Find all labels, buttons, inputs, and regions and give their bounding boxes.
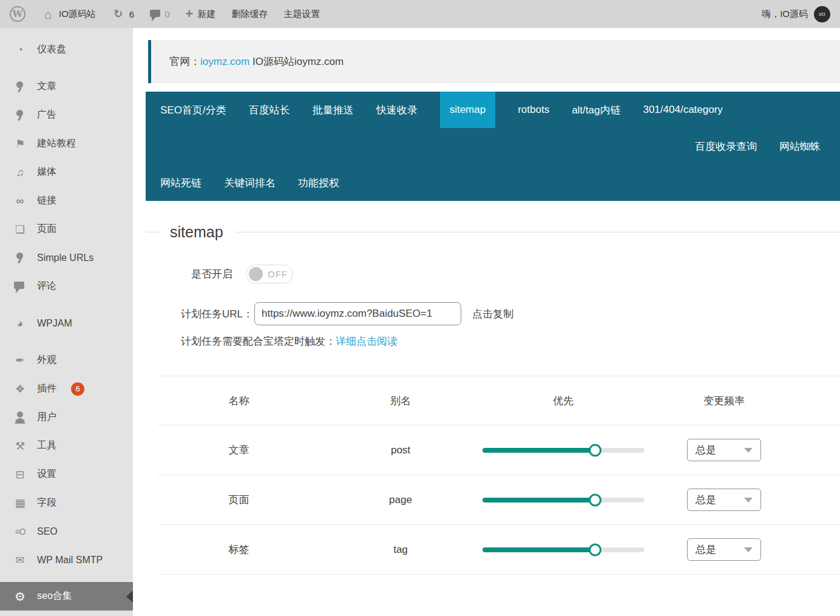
sidebar-item-label: SEO bbox=[37, 526, 58, 537]
toggle-label: 是否开启 bbox=[191, 267, 232, 281]
sidebar-item-simple-urls[interactable]: Simple URLs bbox=[0, 243, 133, 272]
site-name-link[interactable]: IO源码站 bbox=[41, 8, 96, 20]
priority-slider[interactable] bbox=[483, 444, 645, 457]
avatar: I/O bbox=[814, 6, 830, 22]
selected-option: 总是 bbox=[696, 543, 716, 557]
user-icon bbox=[13, 411, 27, 424]
tab-baidu-index-query[interactable]: 百度收录查询 bbox=[695, 128, 757, 164]
cron-url-input[interactable] bbox=[254, 302, 461, 325]
media-icon bbox=[13, 166, 27, 178]
tab-fast-index[interactable]: 快速收录 bbox=[376, 92, 418, 128]
sidebar-item-tutorials[interactable]: 建站教程 bbox=[0, 129, 133, 158]
sidebar-item-label: 字段 bbox=[37, 496, 56, 509]
active-item-arrow-icon bbox=[126, 591, 133, 603]
row-slug: page bbox=[389, 494, 412, 506]
tab-keyword-rank[interactable]: 关键词排名 bbox=[224, 164, 276, 201]
frequency-select[interactable]: 总是 bbox=[687, 489, 761, 511]
tab-site-spider[interactable]: 网站蜘蛛 bbox=[779, 128, 821, 164]
read-more-link[interactable]: 详细点击阅读 bbox=[336, 334, 398, 348]
tab-seo-home[interactable]: SEO首页/分类 bbox=[160, 92, 226, 128]
tab-feature-license[interactable]: 功能授权 bbox=[298, 164, 339, 201]
sidebar-item-label: 仪表盘 bbox=[37, 43, 66, 56]
slider-fill bbox=[483, 547, 596, 552]
page-title: sitemap bbox=[170, 223, 223, 241]
sidebar-item-label: WP Mail SMTP bbox=[37, 555, 103, 566]
tab-robots[interactable]: rotbots bbox=[518, 92, 549, 128]
sidebar-item-seo[interactable]: SEO bbox=[0, 517, 133, 546]
menu-separator bbox=[0, 64, 133, 72]
sidebar-item-fields[interactable]: 字段 bbox=[0, 489, 133, 517]
selected-option: 总是 bbox=[696, 493, 716, 507]
tab-dead-links[interactable]: 网站死链 bbox=[160, 164, 202, 201]
cron-tip-text: 计划任务需要配合宝塔定时触发： bbox=[181, 334, 336, 348]
sidebar-item-links[interactable]: 链接 bbox=[0, 186, 133, 215]
column-header-slug: 别名 bbox=[390, 394, 411, 408]
sidebar-item-comments[interactable]: 评论 bbox=[0, 272, 133, 300]
chevron-down-icon bbox=[744, 498, 753, 503]
pushpin-icon bbox=[13, 81, 27, 93]
seo-tabs-nav: SEO首页/分类 百度站长 批量推送 快速收录 sitemap rotbots … bbox=[146, 92, 840, 201]
settings-icon bbox=[13, 469, 27, 481]
admin-bar: W IO源码站 6 0 + 新建 删除缓存 主题设置 嗨，IO源码 I/O bbox=[0, 0, 840, 28]
plugin-icon bbox=[13, 383, 27, 395]
slider-knob[interactable] bbox=[589, 444, 601, 456]
sitemap-section: sitemap 是否开启 OFF 计划任务URL： 点击复制 计划任务需要配合宝… bbox=[133, 223, 840, 575]
notice-prefix: 官网： bbox=[169, 55, 200, 69]
sidebar-item-ads[interactable]: 广告 bbox=[0, 101, 133, 129]
comments-link[interactable]: 0 bbox=[150, 9, 169, 19]
priority-slider[interactable] bbox=[483, 543, 645, 557]
tab-alt-tag-links[interactable]: alt/tag内链 bbox=[572, 92, 620, 128]
sidebar-item-label: WPJAM bbox=[37, 318, 72, 329]
wordpress-logo-icon: W bbox=[10, 6, 25, 22]
copy-button[interactable]: 点击复制 bbox=[472, 307, 513, 321]
menu-separator bbox=[0, 337, 133, 346]
clear-cache-link[interactable]: 删除缓存 bbox=[231, 8, 268, 20]
brush-icon bbox=[13, 354, 27, 367]
sidebar-item-settings[interactable]: 设置 bbox=[0, 460, 133, 489]
table-row: 页面 page 总是 bbox=[158, 475, 840, 525]
tab-baidu-webmaster[interactable]: 百度站长 bbox=[249, 92, 290, 128]
slider-track bbox=[483, 547, 645, 552]
sidebar-item-label: 页面 bbox=[37, 223, 56, 235]
update-icon bbox=[112, 8, 125, 20]
sidebar-item-label: 评论 bbox=[37, 280, 56, 293]
tab-batch-push[interactable]: 批量推送 bbox=[313, 92, 354, 128]
tools-icon bbox=[13, 440, 27, 452]
tab-sitemap[interactable]: sitemap bbox=[440, 92, 496, 128]
slider-knob[interactable] bbox=[589, 543, 601, 556]
theme-settings-link[interactable]: 主题设置 bbox=[283, 8, 320, 20]
sidebar-item-wp-mail-smtp[interactable]: WP Mail SMTP bbox=[0, 546, 133, 574]
nav-row-1: SEO首页/分类 百度站长 批量推送 快速收录 sitemap rotbots … bbox=[146, 92, 840, 128]
updates-link[interactable]: 6 bbox=[112, 8, 134, 20]
new-content-link[interactable]: + 新建 bbox=[186, 7, 216, 21]
slider-knob[interactable] bbox=[589, 493, 601, 506]
sidebar-item-posts[interactable]: 文章 bbox=[0, 72, 133, 101]
frequency-select[interactable]: 总是 bbox=[687, 439, 761, 461]
gauge-icon bbox=[13, 317, 27, 330]
official-site-link[interactable]: ioymz.com bbox=[200, 56, 249, 68]
seo-icon bbox=[13, 526, 27, 538]
sidebar-item-wpjam[interactable]: WPJAM bbox=[0, 309, 133, 337]
sidebar-item-tools[interactable]: 工具 bbox=[0, 432, 133, 460]
sidebar-item-pages[interactable]: 页面 bbox=[0, 215, 133, 243]
tab-301-404-category[interactable]: 301/404/category bbox=[643, 92, 722, 128]
sidebar-item-dashboard[interactable]: 仪表盘 bbox=[0, 35, 133, 64]
row-name: 文章 bbox=[229, 443, 249, 457]
sidebar-item-media[interactable]: 媒体 bbox=[0, 158, 133, 186]
priority-slider[interactable] bbox=[483, 493, 645, 507]
wordpress-menu[interactable]: W bbox=[10, 6, 25, 22]
sidebar-item-plugins[interactable]: 插件 6 bbox=[0, 374, 133, 403]
slider-track bbox=[483, 498, 645, 503]
sidebar-item-appearance[interactable]: 外观 bbox=[0, 346, 133, 374]
sitemap-enable-toggle[interactable]: OFF bbox=[246, 265, 293, 283]
cron-tip-row: 计划任务需要配合宝塔定时触发： 详细点击阅读 bbox=[133, 333, 840, 349]
official-site-notice: 官网： ioymz.com IO源码站ioymz.com bbox=[148, 40, 840, 83]
sidebar-item-seo-collection[interactable]: seo合集 bbox=[0, 582, 133, 611]
link-icon bbox=[13, 195, 27, 207]
menu-separator bbox=[0, 300, 133, 309]
account-menu[interactable]: 嗨，IO源码 I/O bbox=[762, 6, 830, 22]
menu-separator bbox=[0, 574, 133, 582]
frequency-select[interactable]: 总是 bbox=[687, 538, 761, 561]
sidebar-item-users[interactable]: 用户 bbox=[0, 403, 133, 432]
sidebar-item-label: 设置 bbox=[37, 468, 56, 481]
